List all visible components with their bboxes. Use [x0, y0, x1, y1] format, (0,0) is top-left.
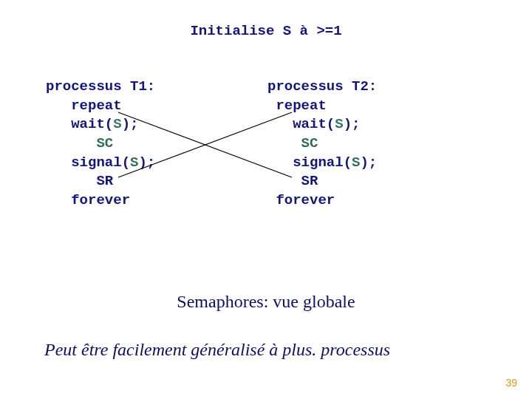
- process-t2: processus T2: repeat wait(S); SC signal(…: [267, 78, 377, 210]
- note: Peut être facilement généralisé à plus. …: [44, 340, 390, 360]
- t2-repeat: repeat: [276, 98, 326, 114]
- t2-signal-b: );: [360, 154, 377, 171]
- t2-sc: SC: [301, 135, 318, 151]
- t2-signal-a: signal(: [293, 154, 352, 171]
- process-t1: processus T1: repeat wait(S); SC signal(…: [46, 78, 267, 210]
- t2-title: processus T2:: [267, 78, 377, 95]
- t1-repeat: repeat: [71, 98, 121, 114]
- init-line: Initialise S à >=1: [0, 22, 532, 41]
- t1-sr: SR: [96, 173, 113, 189]
- t1-signal-a: signal(: [71, 154, 130, 171]
- process-columns: processus T1: repeat wait(S); SC signal(…: [0, 78, 532, 210]
- t1-wait-b: );: [122, 116, 139, 132]
- t1-wait-s: S: [113, 116, 121, 132]
- t2-forever: forever: [276, 192, 335, 208]
- t2-sr: SR: [301, 173, 318, 189]
- t1-forever: forever: [71, 192, 130, 208]
- page-number: 39: [505, 377, 517, 389]
- t2-wait-s: S: [335, 116, 343, 132]
- caption: Semaphores: vue globale: [0, 292, 532, 312]
- t1-signal-b: );: [138, 154, 155, 171]
- t1-wait-a: wait(: [71, 116, 113, 132]
- t1-sc: SC: [96, 135, 113, 151]
- t2-signal-s: S: [352, 154, 360, 171]
- t1-title: processus T1:: [46, 78, 155, 95]
- t1-signal-s: S: [130, 154, 138, 171]
- t2-wait-b: );: [344, 116, 361, 132]
- t2-wait-a: wait(: [293, 116, 335, 132]
